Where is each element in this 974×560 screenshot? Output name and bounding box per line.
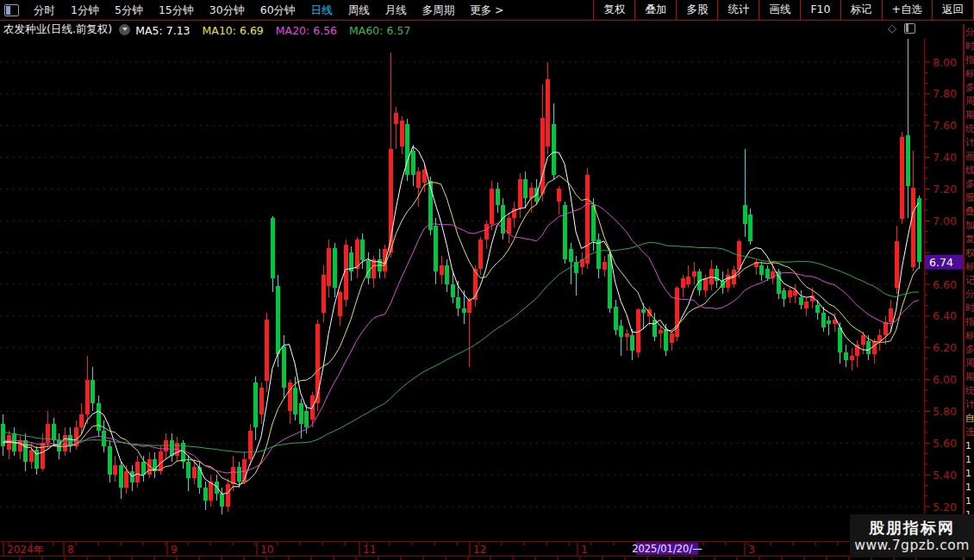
toolbar-buttons: 复权叠加多股统计画线F10标记+自选返回 — [593, 0, 974, 20]
button-+自选[interactable]: +自选 — [882, 0, 932, 20]
x-axis-label: 9 — [171, 544, 178, 556]
tab-15分钟[interactable]: 15分钟 — [151, 3, 202, 16]
button-返回[interactable]: 返回 — [932, 0, 974, 20]
right-side-tab-strip[interactable]: 分时指标多周期统计画线多股叠加复权标记分时指标多周期统计自选11111111 — [965, 26, 974, 556]
y-axis-label: 5.20 — [933, 501, 957, 513]
watermark-url: www.7gpzb.com — [854, 538, 970, 554]
tab-5分钟[interactable]: 5分钟 — [107, 3, 151, 16]
y-axis-label: 7.20 — [933, 183, 957, 196]
button-画线[interactable]: 画线 — [759, 0, 800, 20]
tab-60分钟[interactable]: 60分钟 — [253, 3, 303, 16]
watermark: 股朋指标网 www.7gpzb.com — [850, 514, 974, 557]
y-axis-label: 6.40 — [933, 309, 957, 322]
selected-date-box: 2025/01/20/— — [632, 543, 702, 555]
y-axis-label: 5.40 — [933, 469, 957, 482]
window-layout-icon[interactable] — [4, 4, 19, 16]
x-axis-label: 8 — [67, 544, 74, 556]
tab-月线[interactable]: 月线 — [378, 3, 415, 16]
trading-app-window: { "toolbar": { "left_tabs": [ {"label": … — [0, 0, 974, 560]
chart-title-row: 农发种业(日线.前复权) MA5: 7.13MA10: 6.69MA20: 6.… — [0, 21, 922, 38]
y-axis-label: 6.20 — [933, 341, 957, 354]
y-axis-label: 5.80 — [933, 405, 957, 418]
tab-分时[interactable]: 分时 — [26, 3, 63, 16]
top-toolbar: 分时1分钟5分钟15分钟30分钟60分钟日线周线月线多周期更多 > 复权叠加多股… — [0, 0, 974, 21]
button-复权[interactable]: 复权 — [593, 0, 634, 20]
split-window-icon[interactable] — [904, 23, 915, 34]
tab-多周期[interactable]: 多周期 — [415, 3, 463, 16]
current-price-tag: 6.74 — [929, 256, 953, 269]
button-多股[interactable]: 多股 — [676, 0, 717, 20]
ma-label: MA20: 6.56 — [276, 24, 337, 37]
x-axis-label: 1 — [581, 544, 588, 556]
tab-更多 >[interactable]: 更多 > — [462, 3, 511, 16]
y-axis-label: 7.40 — [933, 151, 957, 164]
ma-legend: MA5: 7.13MA10: 6.69MA20: 6.56MA60: 6.57 — [135, 22, 422, 38]
y-axis-label: 6.60 — [933, 278, 957, 291]
chevron-down-icon[interactable] — [119, 24, 130, 35]
button-叠加[interactable]: 叠加 — [634, 0, 676, 20]
stock-title: 农发种业(日线.前复权) — [3, 22, 112, 37]
right-strip-border — [963, 24, 965, 560]
period-tab-list: 分时1分钟5分钟15分钟30分钟60分钟日线周线月线多周期更多 > — [26, 1, 512, 20]
ma-label: MA10: 6.69 — [203, 24, 264, 37]
button-F10[interactable]: F10 — [800, 0, 840, 20]
tab-日线[interactable]: 日线 — [303, 3, 340, 16]
x-axis-label: 3 — [748, 544, 755, 556]
tab-周线[interactable]: 周线 — [340, 3, 378, 16]
button-标记[interactable]: 标记 — [840, 0, 882, 20]
button-统计[interactable]: 统计 — [717, 0, 759, 20]
x-axis-label: 10 — [260, 544, 273, 556]
diamond-icon[interactable]: ◇ — [888, 22, 896, 34]
tab-30分钟[interactable]: 30分钟 — [202, 3, 253, 16]
ma-label: MA5: 7.13 — [135, 24, 190, 37]
x-axis-label: 2024年 — [7, 544, 44, 556]
x-axis-label: 11 — [363, 544, 376, 556]
x-axis-label: 12 — [473, 544, 486, 556]
watermark-site-name: 股朋指标网 — [869, 519, 955, 538]
tab-1分钟[interactable]: 1分钟 — [63, 3, 107, 16]
y-axis-label: 7.60 — [933, 119, 957, 132]
y-axis-label: 8.00 — [933, 56, 957, 69]
y-axis-label: 7.80 — [933, 87, 957, 100]
y-axis-label: 5.60 — [933, 437, 957, 450]
candlestick-chart[interactable]: 8.007.807.607.407.207.006.606.406.206.00… — [0, 39, 974, 560]
ma-label: MA60: 6.57 — [349, 24, 410, 37]
y-axis-label: 6.00 — [933, 373, 957, 386]
chart-corner-controls: ◇ — [888, 22, 915, 34]
y-axis-label: 7.00 — [933, 215, 957, 227]
period-tabs: 分时1分钟5分钟15分钟30分钟60分钟日线周线月线多周期更多 > — [0, 1, 593, 20]
